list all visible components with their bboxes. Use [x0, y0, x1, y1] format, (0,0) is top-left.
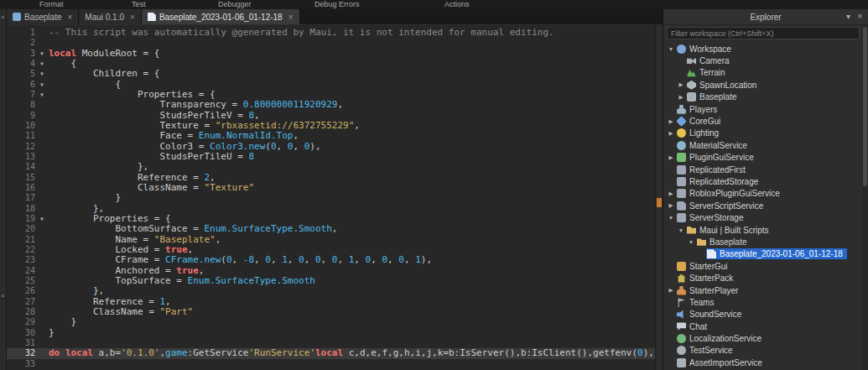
code-line-28[interactable]: 28 ClassName = "Part": [7, 307, 663, 317]
close-icon[interactable]: ×: [288, 13, 294, 22]
tree-item-assetimportservice[interactable]: AssetImportService: [663, 357, 862, 368]
tab-baseplate-2023-01-06-01-12-18[interactable]: Baseplate_2023-01-06_01-12-18×: [142, 9, 300, 24]
tree-item-spawnlocation[interactable]: ▶SpawnLocation: [663, 79, 862, 91]
tree-item-content[interactable]: Chat: [676, 321, 711, 332]
editor-scrollbar[interactable]: [655, 25, 663, 370]
code-line-30[interactable]: 30}: [7, 328, 663, 338]
tree-item-localizationservice[interactable]: LocalizationService: [663, 332, 862, 344]
fold-arrow-icon[interactable]: ▼: [35, 49, 49, 59]
fold-arrow-icon[interactable]: ▼: [35, 90, 49, 100]
tree-item-content[interactable]: Players: [676, 104, 721, 115]
tree-item-coregui[interactable]: ▶CoreGui: [663, 115, 862, 127]
menu-item-format[interactable]: Format: [39, 0, 64, 8]
filter-input[interactable]: [667, 27, 860, 39]
tree-item-content[interactable]: Camera: [686, 55, 734, 66]
chevron-right-icon[interactable]: ▶: [666, 202, 676, 209]
chevron-right-icon[interactable]: ▶: [676, 94, 686, 101]
code-line-32[interactable]: 32do local a,b='0.1.0',game:GetService'R…: [7, 348, 663, 358]
chevron-down-icon[interactable]: ▼: [666, 46, 676, 52]
tree-item-content[interactable]: SoundService: [676, 309, 746, 320]
tree-item-startergui[interactable]: StarterGui: [663, 260, 862, 272]
chevron-down-icon[interactable]: ▼: [686, 239, 696, 245]
code-line-25[interactable]: 25 TopSurface = Enum.SurfaceType.Smooth: [7, 276, 663, 286]
explorer-scrollbar[interactable]: [862, 25, 868, 370]
tree-item-content[interactable]: CoreGui: [676, 116, 725, 127]
chevron-down-icon[interactable]: ▼: [676, 227, 686, 233]
tree-item-baseplate-2023-01-06-01-12-18[interactable]: Baseplate_2023-01-06_01-12-18: [663, 248, 862, 260]
tree-item-maui-built-scripts[interactable]: ▼Maui | Built Scripts: [663, 224, 862, 236]
close-icon[interactable]: ×: [857, 12, 862, 22]
tree-item-content[interactable]: Baseplate: [696, 237, 751, 248]
tree-item-content[interactable]: ReplicatedFirst: [676, 164, 750, 175]
tree-item-baseplate[interactable]: ▶Baseplate: [663, 91, 862, 103]
chevron-right-icon[interactable]: ▶: [666, 154, 676, 161]
chevron-right-icon[interactable]: ▶: [676, 81, 686, 88]
tree-item-content[interactable]: SpawnLocation: [686, 80, 761, 91]
tree-item-teams[interactable]: Teams: [663, 296, 862, 308]
tree-item-replicatedfirst[interactable]: ReplicatedFirst: [663, 164, 862, 175]
fold-arrow-icon[interactable]: ▼: [35, 69, 49, 79]
chevron-down-icon[interactable]: ▾: [846, 12, 850, 22]
code-line-17[interactable]: 17 }: [7, 193, 663, 203]
tree-item-lighting[interactable]: ▶Lighting: [663, 128, 862, 139]
tree-item-content[interactable]: TestService: [676, 345, 737, 356]
tree-item-players[interactable]: Players: [663, 103, 862, 115]
tree-item-content[interactable]: StarterGui: [676, 261, 732, 272]
close-icon[interactable]: ×: [130, 13, 135, 22]
tree-item-content[interactable]: Workspace: [676, 44, 735, 55]
tab-maui-0-1-0[interactable]: Maui 0.1.0×: [79, 9, 142, 24]
tree-item-content[interactable]: AssetImportService: [676, 357, 767, 368]
tree-item-content[interactable]: Baseplate: [686, 91, 741, 102]
close-icon[interactable]: ×: [67, 13, 72, 22]
code-line-1[interactable]: 1-- This script was automatically @gener…: [7, 28, 663, 38]
tree-item-replicatedstorage[interactable]: ReplicatedStorage: [663, 175, 862, 187]
chevron-down-icon[interactable]: ▼: [666, 215, 676, 221]
tree-item-materialservice[interactable]: MaterialService: [663, 139, 862, 151]
tree-item-pluginguiservice[interactable]: ▶PluginGuiService: [663, 152, 862, 164]
close-icon[interactable]: ×: [1, 293, 5, 300]
menu-item-test[interactable]: Test: [132, 0, 146, 8]
tab-baseplate[interactable]: Baseplate×: [7, 9, 79, 24]
tree-item-content[interactable]: Maui | Built Scripts: [686, 225, 773, 236]
tree-item-testservice[interactable]: TestService: [663, 345, 862, 357]
code-editor[interactable]: 1-- This script was automatically @gener…: [7, 25, 663, 370]
fold-arrow-icon[interactable]: ▼: [35, 80, 49, 90]
tree-item-chat[interactable]: Chat: [663, 320, 862, 332]
tree-item-content[interactable]: PluginGuiService: [676, 152, 758, 163]
tree-item-starterpack[interactable]: StarterPack: [663, 272, 862, 284]
tree-item-content[interactable]: RobloxPluginGuiService: [676, 188, 784, 199]
scrollbar-thumb[interactable]: [863, 27, 867, 186]
chevron-right-icon[interactable]: ▶: [666, 287, 676, 294]
menu-item-actions[interactable]: Actions: [444, 0, 470, 8]
tree-item-baseplate[interactable]: ▼Baseplate: [663, 236, 862, 248]
menu-item-debugger[interactable]: Debugger: [218, 0, 252, 8]
tree-item-content[interactable]: Baseplate_2023-01-06_01-12-18: [706, 248, 847, 259]
tree-item-workspace[interactable]: ▼Workspace: [663, 43, 862, 55]
tree-item-serverstorage[interactable]: ▼ServerStorage: [663, 211, 862, 223]
tree-item-content[interactable]: Lighting: [676, 128, 723, 138]
fold-arrow-icon[interactable]: ▼: [35, 214, 49, 224]
tree-item-content[interactable]: ServerStorage: [676, 212, 747, 223]
tree-item-camera[interactable]: Camera: [663, 55, 862, 66]
tree-item-content[interactable]: ReplicatedStorage: [676, 176, 762, 187]
chevron-right-icon[interactable]: ▶: [666, 190, 676, 197]
tree-item-content[interactable]: Terrain: [686, 67, 730, 78]
tree-item-starterplayer[interactable]: ▶StarterPlayer: [663, 284, 862, 296]
tree-item-soundservice[interactable]: SoundService: [663, 309, 862, 320]
code-line-3[interactable]: 3▼local ModuleRoot = {: [7, 49, 663, 59]
close-icon[interactable]: ×: [1, 14, 5, 21]
tree-item-content[interactable]: Teams: [676, 297, 718, 308]
code-line-29[interactable]: 29 }: [7, 317, 663, 327]
tree-item-content[interactable]: StarterPack: [676, 273, 737, 284]
tree-item-terrain[interactable]: Terrain: [663, 67, 862, 79]
tree-item-content[interactable]: ServerScriptService: [676, 201, 767, 211]
tree-item-content[interactable]: StarterPlayer: [676, 285, 742, 296]
tree-item-robloxpluginguiservice[interactable]: ▶RobloxPluginGuiService: [663, 188, 862, 200]
tree-item-serverscriptservice[interactable]: ▶ServerScriptService: [663, 200, 862, 211]
menu-item-debug-errors[interactable]: Debug Errors: [314, 0, 360, 8]
tree-item-content[interactable]: LocalizationService: [676, 333, 766, 344]
tree-item-content[interactable]: MaterialService: [676, 140, 751, 151]
code-line-33[interactable]: 33: [7, 359, 663, 369]
chevron-right-icon[interactable]: ▶: [666, 118, 676, 125]
fold-arrow-icon[interactable]: ▼: [35, 59, 49, 69]
